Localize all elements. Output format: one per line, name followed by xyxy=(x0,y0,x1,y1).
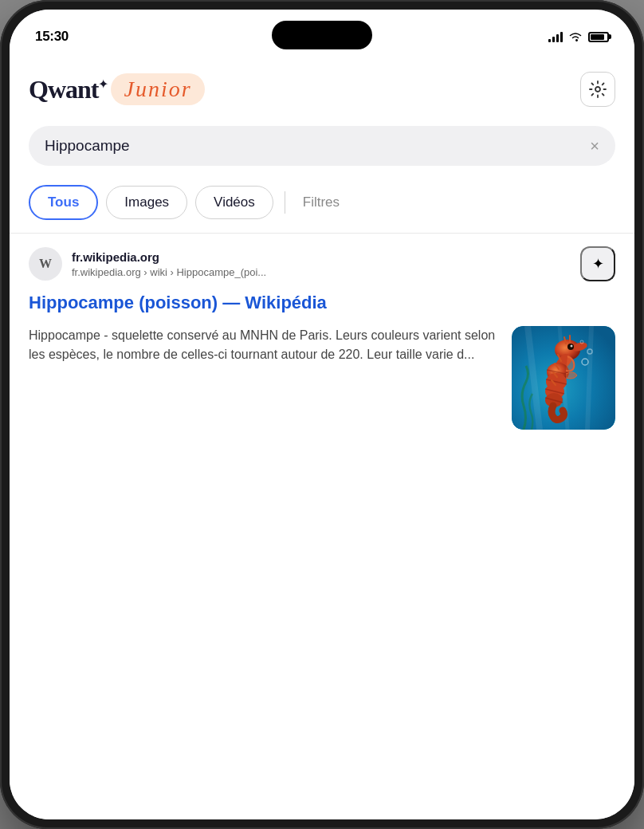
status-time: 15:30 xyxy=(35,29,69,45)
phone-frame: 15:30 xyxy=(0,0,644,829)
search-input[interactable] xyxy=(45,137,580,155)
battery-icon xyxy=(588,32,609,42)
result-source: W fr.wikipedia.org fr.wikipedia.org › wi… xyxy=(29,246,615,281)
source-info: fr.wikipedia.org fr.wikipedia.org › wiki… xyxy=(72,250,266,278)
signal-icon xyxy=(548,31,563,42)
sparkles-icon: ✦ xyxy=(592,255,604,273)
ai-summary-button[interactable]: ✦ xyxy=(580,246,615,281)
result-image xyxy=(512,326,615,430)
result-snippet: Hippocampe - squelette conservé au MNHN … xyxy=(29,326,501,366)
dynamic-island xyxy=(272,21,372,49)
svg-point-0 xyxy=(595,87,600,92)
seahorse-illustration xyxy=(512,326,615,430)
source-left: W fr.wikipedia.org fr.wikipedia.org › wi… xyxy=(29,247,266,281)
result-body: Hippocampe - squelette conservé au MNHN … xyxy=(29,326,615,430)
logo-junior-wrap: Junior xyxy=(111,73,204,105)
seahorse-svg xyxy=(512,326,615,430)
search-clear-button[interactable]: × xyxy=(590,138,599,154)
phone-screen: 15:30 xyxy=(10,10,634,819)
tab-images[interactable]: Images xyxy=(106,186,187,219)
gear-icon xyxy=(589,81,607,98)
tab-tous[interactable]: Tous xyxy=(29,185,98,220)
section-divider xyxy=(10,233,634,234)
search-bar: × xyxy=(29,126,615,166)
status-icons xyxy=(548,31,609,42)
filter-tabs: Tous Images Vidéos Filtres xyxy=(10,179,634,233)
search-container: × xyxy=(10,120,634,179)
result-title[interactable]: Hippocampe (poisson) — Wikipédia xyxy=(29,291,615,315)
filtres-button[interactable]: Filtres xyxy=(296,187,346,218)
logo-qwant: Qwant✦ xyxy=(29,75,108,104)
header: Qwant✦ Junior xyxy=(10,56,634,120)
settings-button[interactable] xyxy=(580,72,615,107)
wifi-icon xyxy=(568,31,583,42)
logo-junior: Junior xyxy=(124,77,191,101)
source-domain: fr.wikipedia.org xyxy=(72,250,266,264)
tab-videos[interactable]: Vidéos xyxy=(195,186,273,219)
content-area: Qwant✦ Junior × xyxy=(10,56,634,819)
search-result: W fr.wikipedia.org fr.wikipedia.org › wi… xyxy=(10,246,634,430)
tabs-divider xyxy=(285,191,285,214)
svg-point-8 xyxy=(571,344,573,347)
logo-area: Qwant✦ Junior xyxy=(29,73,205,105)
source-breadcrumb: fr.wikipedia.org › wiki › Hippocampe_(po… xyxy=(72,266,266,278)
source-favicon: W xyxy=(29,247,62,281)
logo-star: ✦ xyxy=(98,77,108,91)
